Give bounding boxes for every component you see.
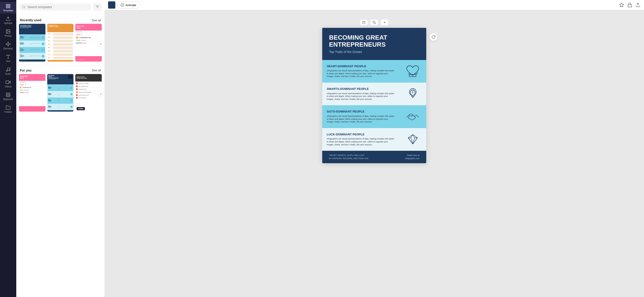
section-luck-icon	[399, 128, 426, 151]
add-page-button[interactable]	[380, 19, 389, 26]
search-input[interactable]	[27, 5, 88, 9]
section-heart-title: HEART-DOMINANT PEOPLE	[327, 65, 394, 68]
templates-panel: Recently used See all BECOMING GREATENTR…	[16, 0, 104, 297]
sidebar-label-elements: Elements	[4, 47, 13, 50]
section-heart-icon	[399, 60, 426, 82]
svg-rect-17	[6, 81, 9, 84]
filter-button[interactable]	[93, 3, 102, 11]
sidebar-item-bkground[interactable]: Bkground	[0, 91, 16, 102]
sidebar-item-elements[interactable]: Elements	[0, 40, 16, 52]
svg-point-10	[6, 44, 7, 45]
svg-point-19	[22, 6, 25, 8]
add-page-icon	[383, 21, 386, 24]
infographic-title: BECOMING GREAT ENTREPRENEURS	[329, 34, 420, 48]
sidebar-item-photos[interactable]: Photos	[0, 27, 16, 39]
lock-icon[interactable]	[627, 3, 632, 8]
infographic-header: BECOMING GREAT ENTREPRENEURS Top Traits …	[322, 28, 426, 60]
sidebar-label-text: Text	[6, 60, 10, 63]
svg-point-9	[8, 46, 8, 46]
for-you-grid: EDUCATEKIDS SINCE ITS LAUNCH, 700K KIDS …	[16, 74, 104, 115]
svg-rect-28	[363, 21, 365, 24]
design-tool-icon[interactable]	[619, 3, 624, 8]
refresh-icon	[432, 35, 436, 39]
new-page-button[interactable]	[360, 19, 368, 26]
search-icon	[22, 5, 26, 9]
sidebar-item-audio[interactable]: Audio	[0, 65, 16, 77]
svg-rect-2	[6, 7, 8, 8]
for-you-header: For you See all	[16, 66, 104, 74]
recently-used-header: Recently used See all	[16, 16, 104, 24]
section-luck-text: Infographics are visual representations …	[327, 137, 394, 146]
svg-point-14	[6, 70, 8, 72]
for-you-see-all[interactable]: See all	[92, 69, 101, 72]
duplicate-page-button[interactable]	[370, 19, 378, 26]
panel-content: Recently used See all BECOMING GREATENTR…	[16, 14, 104, 297]
sidebar: Templates Uploads Photos Elements Text	[0, 0, 16, 297]
search-input-wrap[interactable]	[19, 4, 91, 11]
search-bar	[16, 0, 104, 14]
share-icon[interactable]	[636, 3, 640, 8]
section-luck: LUCK-DOMINANT PEOPLE Infographics are vi…	[322, 128, 426, 151]
svg-point-7	[8, 44, 9, 45]
svg-marker-16	[9, 81, 10, 83]
recently-used-next-arrow[interactable]	[98, 41, 104, 47]
svg-marker-25	[122, 4, 123, 6]
section-guts-icon	[399, 105, 426, 128]
section-guts-text: Infographics are visual representations …	[327, 115, 394, 123]
free-badge: FREE	[77, 107, 85, 110]
for-you-template-bicycle[interactable]: SIMPLE STEPSTO BICYCLE SAFE... PROTECT Y…	[75, 74, 102, 112]
refresh-button[interactable]	[430, 33, 438, 41]
section-smarts: SMARTS-DOMINANT PEOPLE Infographics are …	[322, 83, 426, 105]
svg-rect-30	[374, 22, 376, 24]
infographic-subtitle: Top Traits of the Greats	[329, 50, 420, 54]
infographic-footer-quote: "HEART, SMARTS, GUTS, AND LUCK" BY ANTHO…	[329, 154, 368, 160]
infographic-footer: "HEART, SMARTS, GUTS, AND LUCK" BY ANTHO…	[322, 151, 426, 163]
sidebar-item-text[interactable]: Text	[0, 53, 16, 64]
recently-used-see-all[interactable]: See all	[92, 19, 101, 22]
svg-rect-1	[8, 4, 10, 6]
sidebar-label-photos: Photos	[4, 35, 12, 37]
section-luck-left: LUCK-DOMINANT PEOPLE Infographics are vi…	[322, 128, 399, 151]
canvas-scroll[interactable]: BECOMING GREAT ENTREPRENEURS Top Traits …	[104, 10, 644, 297]
svg-point-15	[9, 70, 10, 71]
svg-rect-3	[8, 7, 10, 8]
sidebar-label-bkground: Bkground	[4, 98, 13, 101]
svg-point-8	[8, 42, 8, 43]
section-smarts-text: Infographics are visual representations …	[327, 92, 394, 101]
sidebar-label-uploads: Uploads	[4, 22, 12, 25]
infographic-footer-link: Read more at infographic.com	[405, 154, 420, 160]
section-smarts-title: SMARTS-DOMINANT PEOPLE	[327, 87, 394, 91]
for-you-template-entrepreneurs[interactable]: BECOMINGGREATENTREPRENEURS Top Traits of…	[47, 74, 74, 112]
sidebar-label-videos: Videos	[5, 85, 12, 88]
infographic-document[interactable]: BECOMING GREAT ENTREPRENEURS Top Traits …	[322, 28, 426, 163]
for-you-template-educate[interactable]: EDUCATEKIDS SINCE ITS LAUNCH, 700K KIDS …	[19, 74, 46, 112]
template-menu-dots[interactable]: ···	[68, 75, 72, 79]
canvas-area: Animate	[104, 0, 644, 297]
svg-rect-18	[6, 93, 10, 97]
template-becoming-entrepreneurs[interactable]: BECOMING GREATENTREPRENEURS Top Traits o…	[19, 24, 46, 62]
svg-rect-0	[6, 4, 8, 6]
for-you-next-arrow[interactable]	[98, 92, 104, 97]
canvas-toolbar-bar: Animate	[104, 0, 644, 10]
svg-rect-26	[628, 5, 632, 7]
section-heart-text: Infographics are visual representations …	[327, 69, 394, 78]
animate-button[interactable]: Animate	[117, 2, 140, 8]
recently-used-title: Recently used	[20, 18, 42, 22]
for-you-title: For you	[20, 69, 32, 72]
new-page-icon	[362, 21, 366, 24]
sidebar-item-videos[interactable]: Videos	[0, 78, 16, 90]
recently-used-grid: BECOMING GREATENTREPRENEURS Top Traits o…	[16, 24, 104, 64]
sidebar-label-folders: Folders	[4, 111, 12, 113]
sidebar-item-folders[interactable]: Folders	[0, 103, 16, 115]
canvas-document: BECOMING GREAT ENTREPRENEURS Top Traits …	[322, 19, 426, 163]
color-swatch[interactable]	[108, 1, 115, 9]
section-guts-left: GUTS-DOMINANT PEOPLE Infographics are vi…	[322, 105, 399, 128]
animate-label: Animate	[126, 4, 136, 7]
sidebar-item-templates[interactable]: Templates	[0, 2, 16, 14]
sidebar-item-uploads[interactable]: Uploads	[0, 15, 16, 26]
template-atlantic-group[interactable]: The Atlantic Groupof Builders: A History…	[47, 24, 74, 62]
template-educate-kids[interactable]: EDUCATEKIDS SINCE ITS LAUNCH, 700K KIDS …	[75, 24, 102, 62]
section-heart-left: HEART-DOMINANT PEOPLE Infographics are v…	[322, 60, 399, 82]
duplicate-icon	[373, 21, 376, 24]
svg-point-6	[7, 30, 8, 31]
